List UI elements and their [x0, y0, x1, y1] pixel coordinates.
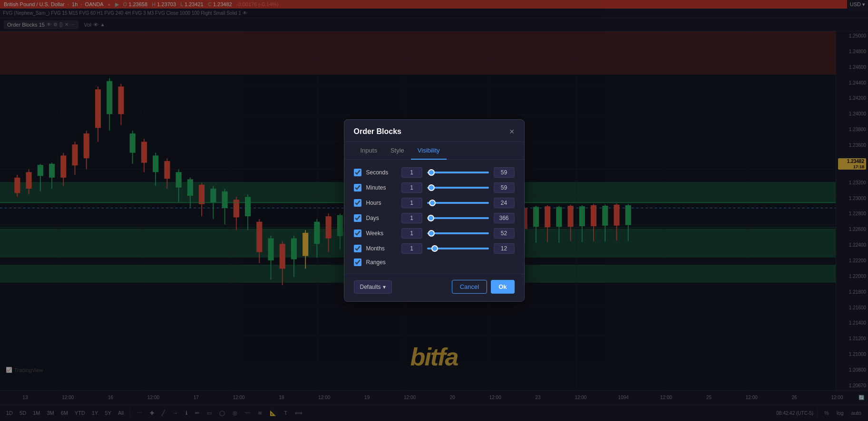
- tab-inputs[interactable]: Inputs: [354, 142, 384, 160]
- ok-button[interactable]: Ok: [491, 280, 514, 294]
- checkbox-months[interactable]: [354, 245, 361, 252]
- max-input-minutes[interactable]: [494, 182, 515, 193]
- tab-style[interactable]: Style: [384, 142, 411, 160]
- max-input-weeks[interactable]: [494, 228, 515, 239]
- max-input-hours[interactable]: [494, 198, 515, 208]
- label-hours: Hours: [366, 200, 397, 206]
- tab-visibility[interactable]: Visibility: [411, 142, 447, 160]
- modal-overlay: Order Blocks × Inputs Style Visibility S…: [0, 0, 868, 421]
- label-months: Months: [366, 245, 397, 252]
- slider-seconds[interactable]: [427, 172, 489, 173]
- slider-days[interactable]: [427, 217, 489, 219]
- setting-row-minutes: Minutes: [354, 182, 515, 193]
- checkbox-weeks[interactable]: [354, 230, 361, 237]
- modal-close-button[interactable]: ×: [509, 127, 515, 136]
- label-weeks: Weeks: [366, 230, 397, 237]
- min-input-days[interactable]: [401, 213, 422, 223]
- setting-row-ranges: Ranges: [354, 258, 515, 266]
- min-input-weeks[interactable]: [401, 228, 422, 239]
- setting-row-months: Months: [354, 243, 515, 254]
- slider-wrap-months: [427, 244, 489, 253]
- modal-footer: Defaults ▾ Cancel Ok: [344, 274, 524, 301]
- checkbox-minutes[interactable]: [354, 184, 361, 191]
- slider-weeks[interactable]: [427, 232, 489, 234]
- min-input-minutes[interactable]: [401, 182, 422, 193]
- slider-months[interactable]: [427, 248, 489, 249]
- label-ranges: Ranges: [366, 259, 397, 266]
- chevron-down-icon: ▾: [383, 284, 386, 290]
- slider-hours[interactable]: [427, 202, 489, 204]
- setting-row-seconds: Seconds: [354, 167, 515, 178]
- min-input-hours[interactable]: [401, 198, 422, 208]
- max-input-seconds[interactable]: [494, 167, 515, 178]
- cancel-button[interactable]: Cancel: [452, 280, 487, 294]
- max-input-months[interactable]: [494, 243, 515, 254]
- setting-row-days: Days: [354, 213, 515, 223]
- modal-body: SecondsMinutesHoursDaysWeeksMonthsRanges: [344, 160, 524, 274]
- footer-actions: Cancel Ok: [452, 280, 515, 294]
- slider-minutes[interactable]: [427, 187, 489, 189]
- min-input-months[interactable]: [401, 243, 422, 254]
- max-input-days[interactable]: [494, 213, 515, 223]
- label-minutes: Minutes: [366, 184, 397, 191]
- modal-tabs: Inputs Style Visibility: [344, 142, 524, 160]
- slider-wrap-days: [427, 213, 489, 223]
- slider-wrap-weeks: [427, 229, 489, 238]
- label-days: Days: [366, 215, 397, 221]
- slider-wrap-minutes: [427, 183, 489, 192]
- checkbox-hours[interactable]: [354, 199, 361, 207]
- slider-wrap-hours: [427, 198, 489, 208]
- checkbox-days[interactable]: [354, 214, 361, 222]
- slider-wrap-seconds: [427, 168, 489, 177]
- min-input-seconds[interactable]: [401, 167, 422, 178]
- checkbox-seconds[interactable]: [354, 169, 361, 176]
- defaults-button[interactable]: Defaults ▾: [354, 280, 392, 294]
- checkbox-ranges[interactable]: [354, 258, 361, 266]
- setting-row-weeks: Weeks: [354, 228, 515, 239]
- modal-title: Order Blocks: [354, 127, 401, 136]
- order-blocks-modal: Order Blocks × Inputs Style Visibility S…: [344, 119, 525, 302]
- setting-row-hours: Hours: [354, 198, 515, 208]
- label-seconds: Seconds: [366, 169, 397, 176]
- modal-header: Order Blocks ×: [344, 120, 524, 142]
